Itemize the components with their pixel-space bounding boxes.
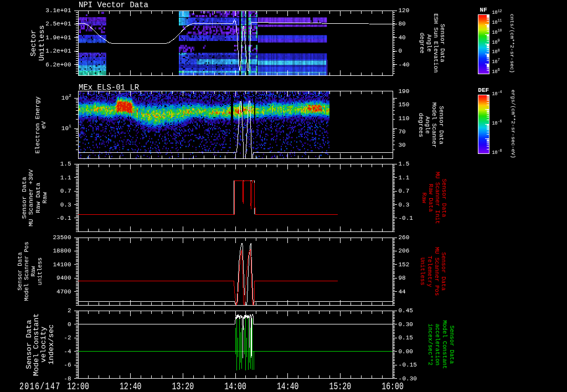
svg-text:190: 190 — [399, 88, 410, 95]
svg-text:MU Scanner Init: MU Scanner Init — [434, 172, 441, 224]
svg-text:150: 150 — [399, 101, 410, 108]
svg-text:1.5: 1.5 — [60, 161, 71, 167]
svg-text:Unitless: Unitless — [419, 257, 426, 285]
svg-text:12:40: 12:40 — [120, 381, 142, 392]
svg-text:acceleration: acceleration — [434, 323, 441, 365]
svg-text:0.45: 0.45 — [399, 307, 413, 314]
svg-text:0.3: 0.3 — [399, 202, 410, 208]
svg-text:10: 10 — [492, 69, 498, 75]
svg-text:MEx ELS-01 LR: MEx ELS-01 LR — [79, 83, 140, 92]
svg-text:-0.1: -0.1 — [56, 215, 71, 221]
svg-text:9: 9 — [498, 39, 500, 43]
svg-text:Sensor Data: Sensor Data — [440, 252, 447, 290]
svg-text:Unitless: Unitless — [38, 25, 46, 61]
svg-text:152: 152 — [399, 261, 410, 268]
svg-text:Sensor Data: Sensor Data — [438, 106, 445, 144]
svg-text:Model Scanner Pos: Model Scanner Pos — [23, 242, 30, 301]
svg-text:10: 10 — [492, 121, 498, 126]
svg-text:Sensor Data: Sensor Data — [441, 179, 447, 217]
svg-text:2.5e+01: 2.5e+01 — [45, 20, 71, 27]
svg-text:10: 10 — [492, 91, 498, 97]
svg-text:120: 120 — [399, 7, 410, 14]
svg-text:-6: -6 — [498, 120, 502, 123]
svg-text:Model Constant: Model Constant — [441, 320, 448, 369]
svg-text:2: 2 — [68, 307, 71, 314]
svg-text:12: 12 — [498, 9, 502, 13]
svg-text:1: 1 — [69, 123, 71, 128]
svg-text:80: 80 — [399, 20, 406, 27]
svg-text:70: 70 — [399, 128, 406, 135]
svg-text:98: 98 — [399, 275, 406, 281]
svg-text:14:40: 14:40 — [277, 381, 299, 392]
svg-text:Raw Data: Raw Data — [427, 184, 434, 212]
svg-text:12:00: 12:00 — [67, 381, 89, 392]
svg-text:0.15: 0.15 — [399, 334, 413, 341]
svg-text:6: 6 — [498, 68, 500, 72]
svg-text:0.7: 0.7 — [399, 188, 410, 194]
svg-text:1.5: 1.5 — [399, 161, 410, 167]
svg-text:206: 206 — [399, 247, 410, 254]
svg-text:Sensor Data: Sensor Data — [20, 177, 28, 219]
svg-text:-6: -6 — [64, 362, 71, 368]
svg-text:0: 0 — [68, 321, 71, 328]
svg-text:-4: -4 — [64, 348, 71, 355]
svg-text:eV: eV — [40, 121, 47, 129]
svg-text:0.00: 0.00 — [399, 348, 413, 355]
svg-text:10: 10 — [61, 125, 69, 132]
svg-text:110: 110 — [399, 115, 410, 122]
svg-text:MU Scanner Pos: MU Scanner Pos — [434, 247, 440, 296]
svg-text:-: - — [399, 61, 403, 68]
svg-text:0.15: 0.15 — [403, 362, 417, 368]
svg-text:Raw: Raw — [41, 192, 48, 204]
svg-text:8: 8 — [498, 49, 500, 53]
svg-text:10: 10 — [492, 30, 498, 35]
svg-text:degrees: degrees — [417, 113, 424, 137]
svg-text:Angle: Angle — [424, 116, 431, 134]
svg-text:-8: -8 — [498, 149, 502, 153]
svg-text:0.30: 0.30 — [399, 321, 413, 328]
svg-text:10: 10 — [61, 95, 69, 101]
svg-text:10: 10 — [498, 29, 502, 33]
svg-text:incex/sec**2: incex/sec**2 — [427, 323, 434, 365]
svg-text:DEF: DEF — [478, 87, 489, 94]
svg-text:7: 7 — [498, 58, 500, 62]
svg-text:3.1e+01: 3.1e+01 — [45, 7, 71, 14]
svg-text:2: 2 — [69, 93, 71, 98]
svg-text:260: 260 — [399, 234, 410, 241]
svg-text:ESH Sun Elevation: ESH Sun Elevation — [432, 13, 439, 73]
svg-text:10: 10 — [492, 49, 498, 55]
svg-text:ergs/(cm**2-sr-sec-eV): ergs/(cm**2-sr-sec-eV) — [510, 90, 516, 158]
svg-text:10: 10 — [492, 40, 498, 45]
svg-text:-: - — [399, 362, 403, 368]
svg-text:23500: 23500 — [53, 234, 71, 241]
svg-text:14100: 14100 — [53, 261, 71, 268]
svg-text:44: 44 — [399, 288, 406, 295]
svg-text:2016/147: 2016/147 — [19, 381, 61, 392]
svg-text:1.2e+01: 1.2e+01 — [45, 48, 71, 54]
svg-text:16:00: 16:00 — [382, 381, 404, 392]
svg-text:Model Scanner: Model Scanner — [431, 102, 437, 148]
svg-text:13:20: 13:20 — [172, 381, 194, 392]
svg-text:1.1: 1.1 — [60, 174, 71, 181]
svg-text:14:00: 14:00 — [224, 381, 246, 392]
svg-text:NPI Vector Data: NPI Vector Data — [79, 1, 148, 9]
svg-text:40: 40 — [399, 34, 406, 41]
svg-text:Sensor Data: Sensor Data — [17, 252, 23, 290]
svg-text:0.3: 0.3 — [60, 202, 71, 208]
svg-text:Telemetry: Telemetry — [426, 256, 433, 287]
svg-text:10: 10 — [492, 150, 498, 156]
svg-text:degree: degree — [419, 33, 425, 54]
svg-text:0: 0 — [399, 48, 403, 54]
svg-text:Angle: Angle — [426, 34, 432, 52]
svg-text:30: 30 — [399, 142, 406, 148]
svg-text:Raw: Raw — [30, 266, 37, 277]
svg-text:10: 10 — [492, 20, 498, 25]
svg-text:Sensor Data: Sensor Data — [439, 24, 446, 62]
svg-text:unitless: unitless — [37, 257, 43, 285]
svg-text:18800: 18800 — [53, 247, 71, 254]
svg-text:15:20: 15:20 — [329, 381, 352, 392]
svg-text:9400: 9400 — [56, 275, 71, 281]
svg-text:Sensor Data: Sensor Data — [449, 326, 455, 364]
svg-text:10: 10 — [492, 59, 498, 65]
svg-text:index/sec: index/sec — [47, 324, 55, 365]
